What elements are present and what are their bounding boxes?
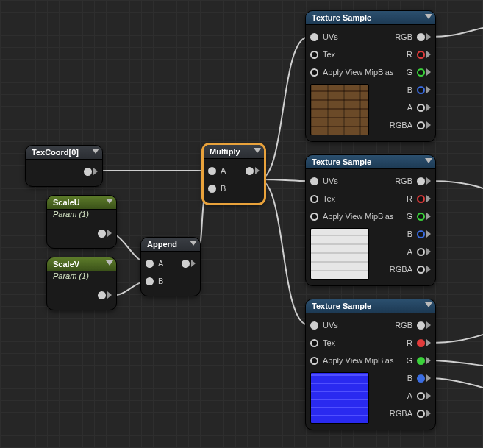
input-pin-uvs[interactable] xyxy=(310,33,318,41)
output-pin-a[interactable] xyxy=(417,248,425,256)
node-append[interactable]: Append A B xyxy=(140,237,201,296)
pin-label: A xyxy=(407,391,412,400)
arrow-icon xyxy=(426,104,431,111)
input-pin-b[interactable] xyxy=(146,277,154,285)
collapse-icon[interactable] xyxy=(425,158,432,163)
pin-label: UVs xyxy=(323,32,338,41)
pin-label: RGB xyxy=(395,321,412,330)
arrow-icon xyxy=(426,248,431,255)
output-pin-rgb[interactable] xyxy=(417,33,425,41)
arrow-icon xyxy=(426,339,431,346)
output-pin[interactable] xyxy=(84,168,92,176)
pin-label: RGB xyxy=(395,32,412,41)
node-scaleu[interactable]: ScaleU Param (1) xyxy=(46,195,117,249)
node-title: Texture Sample xyxy=(306,11,435,25)
texture-preview xyxy=(310,372,369,424)
output-pin[interactable] xyxy=(98,230,106,238)
node-subtitle: Param (1) xyxy=(47,210,116,221)
input-pin-mip[interactable] xyxy=(310,357,318,365)
output-pin-b[interactable] xyxy=(417,374,425,383)
pin-label: RGBA xyxy=(390,409,412,418)
arrow-icon xyxy=(426,51,431,58)
output-pin-g[interactable] xyxy=(417,68,425,77)
pin-label: Apply View MipBias xyxy=(323,68,393,77)
node-title-text: Multiply xyxy=(210,147,240,156)
collapse-icon[interactable] xyxy=(425,302,432,307)
output-pin-rgb[interactable] xyxy=(417,321,425,330)
node-multiply[interactable]: Multiply A B xyxy=(202,143,265,205)
arrow-icon xyxy=(107,291,112,299)
node-title: TexCoord[0] xyxy=(26,146,102,160)
pin-label: B xyxy=(407,374,412,383)
output-pin-b[interactable] xyxy=(417,230,425,238)
pin-label: RGB xyxy=(395,177,412,185)
node-texture-sample-3[interactable]: Texture Sample UVs Tex Apply View MipBia… xyxy=(305,299,436,430)
pin-label: R xyxy=(407,338,412,347)
arrow-icon xyxy=(426,357,431,364)
input-pin-tex[interactable] xyxy=(310,339,318,347)
pin-label: RGBA xyxy=(390,265,412,274)
input-pin-mip[interactable] xyxy=(310,68,318,77)
arrow-icon xyxy=(426,177,431,185)
pin-label: Tex xyxy=(323,338,335,347)
input-pin-tex[interactable] xyxy=(310,51,318,59)
pin-label: A xyxy=(407,103,412,112)
pin-label: Tex xyxy=(323,194,335,203)
node-title-text: Texture Sample xyxy=(312,302,371,310)
node-title-text: Append xyxy=(147,240,177,249)
pin-label: R xyxy=(407,50,412,59)
pin-label: Apply View MipBias xyxy=(323,212,393,221)
pin-label: G xyxy=(406,212,412,221)
input-pin-b[interactable] xyxy=(208,185,216,193)
pin-label: UVs xyxy=(323,321,338,330)
output-pin-rgba[interactable] xyxy=(417,410,425,418)
output-pin-a[interactable] xyxy=(417,392,425,400)
output-pin[interactable] xyxy=(246,167,254,175)
input-pin-a[interactable] xyxy=(146,260,154,268)
collapse-icon[interactable] xyxy=(190,241,197,246)
input-pin-a[interactable] xyxy=(208,167,216,175)
output-pin-r[interactable] xyxy=(417,339,425,347)
texture-preview xyxy=(310,84,369,135)
collapse-icon[interactable] xyxy=(92,149,99,154)
output-pin-g[interactable] xyxy=(417,213,425,221)
output-pin-rgba[interactable] xyxy=(417,121,425,129)
output-pin[interactable] xyxy=(182,260,190,268)
node-title: Texture Sample xyxy=(306,155,435,169)
output-pin-b[interactable] xyxy=(417,86,425,94)
output-pin-rgba[interactable] xyxy=(417,266,425,274)
output-pin[interactable] xyxy=(98,291,106,299)
arrow-icon xyxy=(191,260,196,267)
collapse-icon[interactable] xyxy=(106,199,113,204)
arrow-icon xyxy=(426,68,431,76)
node-scalev[interactable]: ScaleV Param (1) xyxy=(46,257,117,310)
arrow-icon xyxy=(426,374,431,382)
node-texture-sample-2[interactable]: Texture Sample UVs Tex Apply View MipBia… xyxy=(305,154,436,286)
collapse-icon[interactable] xyxy=(425,14,432,19)
pin-label: RGBA xyxy=(390,121,412,129)
arrow-icon xyxy=(426,121,431,129)
pin-label: B xyxy=(407,85,412,94)
pin-label: B xyxy=(221,184,226,193)
input-pin-tex[interactable] xyxy=(310,195,318,203)
pin-label: UVs xyxy=(323,177,338,185)
output-pin-a[interactable] xyxy=(417,104,425,112)
output-pin-r[interactable] xyxy=(417,195,425,203)
pin-label: A xyxy=(221,166,226,175)
output-pin-r[interactable] xyxy=(417,51,425,59)
node-title-text: TexCoord[0] xyxy=(32,148,79,157)
node-texcoord[interactable]: TexCoord[0] xyxy=(25,145,103,187)
collapse-icon[interactable] xyxy=(106,260,113,266)
arrow-icon xyxy=(426,266,431,273)
input-pin-uvs[interactable] xyxy=(310,177,318,185)
arrow-icon xyxy=(426,86,431,93)
output-pin-g[interactable] xyxy=(417,357,425,365)
node-texture-sample-1[interactable]: Texture Sample UVs Tex Apply View MipBia… xyxy=(305,10,436,142)
input-pin-mip[interactable] xyxy=(310,213,318,221)
pin-label: Apply View MipBias xyxy=(323,356,393,365)
output-pin-rgb[interactable] xyxy=(417,177,425,185)
node-title: Multiply xyxy=(204,145,264,159)
node-title-text: ScaleU xyxy=(53,198,80,207)
input-pin-uvs[interactable] xyxy=(310,321,318,330)
collapse-icon[interactable] xyxy=(254,148,261,153)
